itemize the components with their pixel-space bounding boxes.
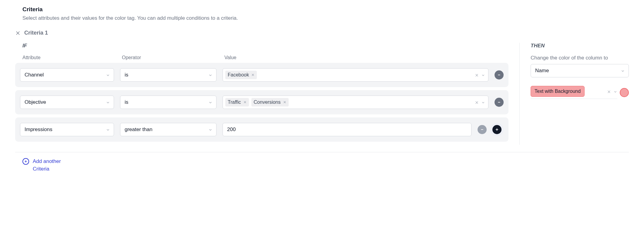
section-title: Criteria — [22, 6, 629, 13]
remove-tag-icon[interactable]: ✕ — [283, 100, 286, 104]
column-value: Name — [535, 68, 549, 74]
section-description: Select attributes and their values for t… — [22, 15, 629, 21]
col-header-attribute: Attribute — [22, 55, 116, 60]
style-chip: Text with Background — [531, 86, 585, 97]
value-tag: Facebook ✕ — [225, 71, 257, 79]
value-tag: Traffic ✕ — [225, 98, 249, 107]
if-label: IF — [22, 43, 508, 49]
tag-label: Facebook — [228, 72, 249, 78]
chevron-down-icon — [106, 100, 110, 104]
chevron-down-icon — [208, 127, 213, 132]
column-select[interactable]: Name — [531, 64, 629, 77]
value-multiselect[interactable]: Facebook ✕ — [223, 68, 488, 82]
remove-criteria-icon[interactable] — [15, 30, 21, 36]
then-description: Change the color of the column to — [531, 55, 629, 61]
attribute-select[interactable]: Objective — [20, 96, 114, 109]
color-swatch[interactable] — [620, 88, 629, 97]
tag-label: Conversions — [254, 100, 281, 105]
condition-row: Objective is Traffic ✕ Conversions ✕ — [15, 90, 508, 114]
value-input[interactable] — [223, 123, 471, 136]
remove-condition-button[interactable] — [478, 125, 487, 134]
remove-condition-button[interactable] — [495, 70, 504, 79]
operator-select[interactable]: greater than — [120, 123, 216, 136]
clear-style-icon[interactable] — [607, 90, 611, 93]
remove-condition-button[interactable] — [495, 98, 504, 107]
add-condition-wrap — [490, 123, 504, 136]
attribute-select[interactable]: Impressions — [20, 123, 114, 136]
remove-tag-icon[interactable]: ✕ — [243, 100, 247, 104]
attribute-select[interactable]: Channel — [20, 68, 114, 82]
add-criteria-link[interactable]: Add another Criteria — [22, 158, 629, 173]
chevron-down-icon — [621, 69, 625, 73]
condition-row: Channel is Facebook ✕ — [15, 63, 508, 87]
clear-icon[interactable] — [475, 73, 479, 77]
operator-value: is — [125, 99, 128, 105]
chevron-down-icon — [208, 100, 213, 104]
plus-circle-icon — [22, 158, 29, 165]
col-header-value: Value — [224, 55, 508, 60]
attribute-value: Objective — [25, 99, 46, 105]
value-multiselect[interactable]: Traffic ✕ Conversions ✕ — [223, 96, 488, 109]
col-header-operator: Operator — [122, 55, 218, 60]
tag-label: Traffic — [228, 100, 241, 105]
attribute-value: Channel — [25, 72, 44, 78]
add-condition-button[interactable] — [492, 125, 501, 134]
chevron-down-icon — [208, 73, 213, 77]
operator-value: greater than — [125, 127, 153, 133]
then-label: THEN — [531, 43, 629, 49]
add-criteria-label: Add another Criteria — [33, 158, 75, 173]
remove-tag-icon[interactable]: ✕ — [251, 73, 254, 77]
value-tag: Conversions ✕ — [251, 98, 289, 107]
chevron-down-icon — [106, 73, 110, 77]
operator-select[interactable]: is — [120, 96, 216, 109]
operator-value: is — [125, 72, 128, 78]
chevron-down-icon[interactable] — [613, 90, 617, 93]
chevron-down-icon — [106, 127, 110, 132]
clear-icon[interactable] — [475, 100, 479, 104]
operator-select[interactable]: is — [120, 68, 216, 82]
attribute-value: Impressions — [25, 127, 52, 133]
chevron-down-icon[interactable] — [481, 73, 485, 77]
divider — [15, 152, 629, 152]
chevron-down-icon[interactable] — [481, 100, 485, 104]
condition-row: Impressions greater than — [15, 117, 508, 142]
criteria-name: Criteria 1 — [24, 30, 48, 36]
